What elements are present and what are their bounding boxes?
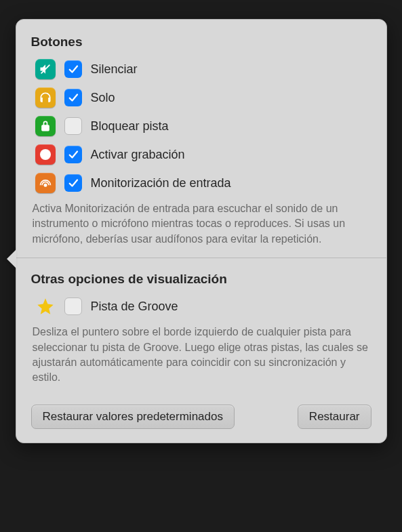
display-description: Desliza el puntero sobre el borde izquie… <box>31 325 371 386</box>
record-checkbox[interactable] <box>64 146 82 163</box>
buttons-description: Activa Monitorización de entrada para es… <box>31 201 371 247</box>
record-label: Activar grabación <box>91 148 185 162</box>
groove-checkbox[interactable] <box>64 298 82 315</box>
popover-arrow <box>7 249 16 268</box>
input-monitoring-icon <box>35 173 56 193</box>
option-monitor: Monitorización de entrada <box>31 173 371 193</box>
section-divider <box>16 258 386 258</box>
option-record: Activar grabación <box>31 144 371 165</box>
option-solo: Solo <box>31 87 371 108</box>
monitor-checkbox[interactable] <box>64 174 82 192</box>
buttons-section-title: Botones <box>31 35 371 49</box>
option-lock: Bloquear pista <box>31 116 371 136</box>
option-groove: Pista de Groove <box>31 296 371 316</box>
mute-label: Silenciar <box>91 62 138 77</box>
option-mute: Silenciar <box>31 59 371 79</box>
solo-label: Solo <box>91 91 115 105</box>
svg-point-0 <box>43 184 47 187</box>
solo-checkbox[interactable] <box>64 89 82 106</box>
restore-defaults-button[interactable]: Restaurar valores predeterminados <box>31 405 235 429</box>
display-section-title: Otras opciones de visualización <box>31 272 371 287</box>
settings-popover: Botones Silenciar Solo Bloquear <box>16 19 387 443</box>
popover-footer: Restaurar valores predeterminados Restau… <box>31 405 371 429</box>
lock-label: Bloquear pista <box>91 119 169 134</box>
star-icon <box>35 296 56 316</box>
record-icon <box>35 144 56 165</box>
headphones-icon <box>35 87 56 108</box>
lock-icon <box>35 116 56 136</box>
monitor-label: Monitorización de entrada <box>91 176 231 190</box>
lock-checkbox[interactable] <box>64 117 82 135</box>
mute-icon <box>35 59 56 79</box>
groove-label: Pista de Groove <box>91 300 178 314</box>
restore-button[interactable]: Restaurar <box>298 405 371 429</box>
mute-checkbox[interactable] <box>64 60 82 78</box>
